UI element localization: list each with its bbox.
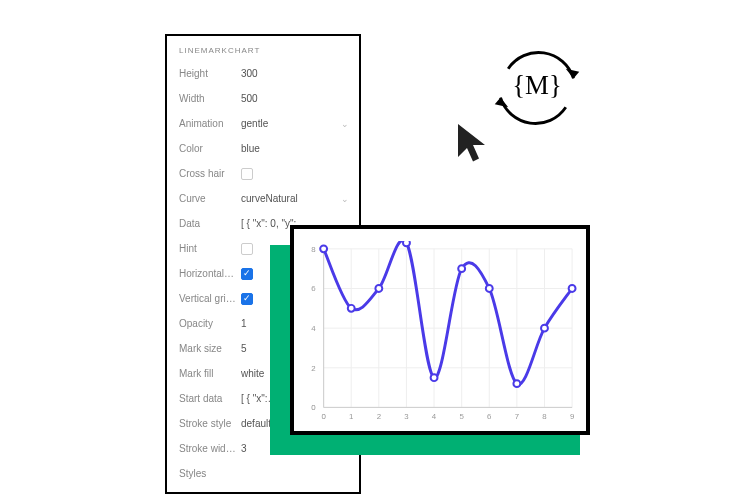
svg-point-34	[375, 285, 382, 292]
svg-text:0: 0	[311, 403, 316, 412]
svg-text:0: 0	[321, 412, 326, 421]
svg-text:7: 7	[515, 412, 519, 421]
property-row[interactable]: Width500	[167, 86, 359, 111]
svg-point-32	[320, 245, 327, 252]
property-label: Mark size	[179, 343, 241, 354]
property-row[interactable]: Height300	[167, 61, 359, 86]
property-label: X axis title	[179, 493, 241, 494]
property-value[interactable]: blue	[241, 143, 349, 154]
svg-text:2: 2	[377, 412, 381, 421]
property-label: Hint	[179, 243, 241, 254]
property-value[interactable]: 300	[241, 68, 349, 79]
chart-card: 024680123456789	[290, 225, 590, 435]
chevron-down-icon: ⌄	[341, 119, 349, 129]
property-checkbox[interactable]	[241, 243, 253, 255]
property-checkbox[interactable]: ✓	[241, 293, 253, 305]
property-row[interactable]: Cross hair	[167, 161, 359, 186]
property-label: Start data	[179, 393, 241, 404]
svg-text:6: 6	[487, 412, 492, 421]
property-label: Data	[179, 218, 241, 229]
svg-text:8: 8	[542, 412, 547, 421]
svg-text:1: 1	[349, 412, 353, 421]
property-row[interactable]: Styles	[167, 461, 359, 486]
svg-point-33	[348, 305, 355, 312]
svg-point-41	[569, 285, 576, 292]
property-label: Vertical gri…	[179, 293, 241, 304]
svg-text:9: 9	[570, 412, 574, 421]
property-value[interactable]: curveNatural	[241, 193, 337, 204]
svg-point-35	[403, 241, 410, 246]
chevron-down-icon: ⌄	[341, 194, 349, 204]
property-label: Horizontal…	[179, 268, 241, 279]
svg-text:4: 4	[432, 412, 437, 421]
property-value[interactable]: gentle	[241, 118, 337, 129]
property-label: Styles	[179, 468, 241, 479]
svg-point-39	[513, 380, 520, 387]
property-label: Color	[179, 143, 241, 154]
property-checkbox[interactable]	[241, 168, 253, 180]
property-label: Animation	[179, 118, 241, 129]
property-label: Cross hair	[179, 168, 241, 179]
svg-text:3: 3	[404, 412, 409, 421]
svg-text:{M}: {M}	[512, 70, 562, 100]
property-label: Curve	[179, 193, 241, 204]
svg-point-40	[541, 325, 548, 332]
svg-text:8: 8	[311, 245, 316, 254]
svg-point-36	[431, 374, 438, 381]
property-label: Mark fill	[179, 368, 241, 379]
property-row[interactable]: CurvecurveNatural⌄	[167, 186, 359, 211]
property-checkbox[interactable]: ✓	[241, 268, 253, 280]
svg-marker-42	[566, 69, 579, 79]
svg-text:5: 5	[459, 412, 464, 421]
property-row[interactable]: Colorblue	[167, 136, 359, 161]
property-value[interactable]: 500	[241, 93, 349, 104]
refresh-logo-icon: {M}	[489, 40, 585, 136]
property-label: Opacity	[179, 318, 241, 329]
panel-title: LINEMARKCHART	[167, 36, 359, 61]
svg-text:2: 2	[311, 364, 315, 373]
svg-point-37	[458, 265, 465, 272]
svg-text:6: 6	[311, 284, 316, 293]
property-label: Height	[179, 68, 241, 79]
svg-marker-43	[495, 98, 508, 108]
property-row[interactable]: X axis title	[167, 486, 359, 494]
cursor-icon	[455, 120, 491, 164]
property-label: Stroke wid…	[179, 443, 241, 454]
svg-text:4: 4	[311, 324, 316, 333]
property-label: Width	[179, 93, 241, 104]
property-label: Stroke style	[179, 418, 241, 429]
line-chart: 024680123456789	[298, 241, 578, 427]
svg-point-38	[486, 285, 493, 292]
property-row[interactable]: Animationgentle⌄	[167, 111, 359, 136]
